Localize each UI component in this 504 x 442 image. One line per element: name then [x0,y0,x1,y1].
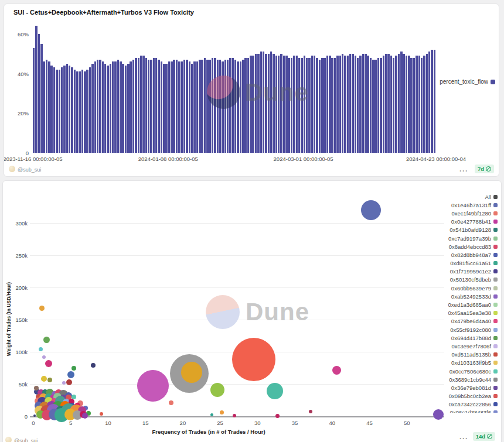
toxicity-bar[interactable] [110,64,111,153]
toxicity-bar[interactable] [59,70,60,153]
toxicity-bar[interactable] [406,56,407,153]
toxicity-bar[interactable] [237,61,239,153]
toxicity-bar[interactable] [263,52,264,153]
toxicity-bar[interactable] [275,56,277,153]
toxicity-bar[interactable] [344,56,346,153]
toxicity-bar[interactable] [122,64,124,153]
bubble[interactable] [232,338,275,381]
toxicity-bar[interactable] [224,60,226,153]
bubble[interactable] [67,371,74,378]
toxicity-bar[interactable] [125,66,127,153]
toxicity-bar[interactable] [56,70,57,153]
toxicity-bar[interactable] [66,64,68,153]
toxicity-bar[interactable] [46,60,47,153]
toxicity-bar[interactable] [352,54,353,153]
toxicity-bar[interactable] [257,54,259,153]
toxicity-bar[interactable] [48,61,50,153]
toxicity-bar[interactable] [362,54,364,153]
toxicity-bar[interactable] [334,58,336,153]
toxicity-bar[interactable] [316,58,318,153]
toxicity-bar[interactable] [43,61,45,153]
toxicity-bar[interactable] [84,71,86,153]
bubble[interactable] [169,400,173,405]
toxicity-bar[interactable] [173,60,175,153]
toxicity-bar[interactable] [155,58,157,153]
toxicity-bar[interactable] [183,60,185,153]
toxicity-bar[interactable] [234,60,236,153]
toxicity-bar[interactable] [398,54,400,153]
toxicity-bar[interactable] [242,60,244,153]
toxicity-bar[interactable] [120,61,121,153]
toxicity-bar[interactable] [304,56,305,153]
toxicity-bar[interactable] [176,60,178,153]
toxicity-bar[interactable] [97,60,98,153]
toxicity-bar[interactable] [161,61,162,153]
toxicity-bar[interactable] [150,60,152,153]
bubble[interactable] [275,414,280,418]
toxicity-bar[interactable] [38,34,40,153]
toxicity-bar[interactable] [145,58,147,153]
toxicity-bar[interactable] [298,58,300,153]
toxicity-bar[interactable] [229,58,231,153]
toxicity-bar[interactable] [50,66,52,153]
toxicity-bar[interactable] [393,58,394,153]
toxicity-bar[interactable] [365,54,366,153]
toxicity-bar[interactable] [390,56,392,153]
toxicity-bar[interactable] [260,52,262,153]
toxicity-bar[interactable] [99,60,101,153]
toxicity-bar[interactable] [204,58,206,153]
toxicity-bar[interactable] [40,44,42,153]
bubble[interactable] [220,410,224,414]
toxicity-bar[interactable] [421,58,423,153]
legend[interactable]: percent_toxic_flow [440,78,495,85]
toxicity-bar[interactable] [278,56,280,153]
bubble[interactable] [309,410,312,413]
toxicity-bar[interactable] [89,67,91,153]
toxicity-bar[interactable] [291,58,292,153]
toxicity-bar[interactable] [370,58,372,153]
toxicity-bar[interactable] [94,61,96,153]
bubble[interactable] [33,414,36,417]
toxicity-bar[interactable] [380,58,382,153]
toxicity-bar[interactable] [374,60,376,153]
avatar[interactable] [9,166,15,172]
toxicity-bar[interactable] [63,66,65,153]
toxicity-bar[interactable] [355,56,356,153]
toxicity-bar[interactable] [367,56,369,153]
toxicity-bar[interactable] [181,61,183,153]
toxicity-bar[interactable] [222,61,223,153]
toxicity-bar[interactable] [250,56,251,153]
toxicity-bar[interactable] [270,52,272,153]
toxicity-bar[interactable] [81,70,83,153]
toxicity-bar[interactable] [117,60,119,153]
toxicity-bar[interactable] [268,54,270,153]
bubble[interactable] [82,413,88,419]
toxicity-bar[interactable] [76,71,78,153]
toxicity-bar[interactable] [232,58,234,153]
toxicity-bar[interactable] [91,64,93,153]
toxicity-bar[interactable] [423,56,425,153]
bubble[interactable] [39,347,43,351]
toxicity-bar[interactable] [130,61,131,153]
toxicity-bar[interactable] [112,61,114,153]
bubble[interactable] [43,337,50,343]
toxicity-bar[interactable] [114,61,116,153]
toxicity-bar[interactable] [193,61,195,153]
toxicity-bar[interactable] [377,58,379,153]
bubble[interactable] [361,200,381,220]
toxicity-bar[interactable] [79,71,80,153]
toxicity-bar[interactable] [142,56,144,153]
toxicity-bar[interactable] [372,60,374,153]
toxicity-bar[interactable] [265,54,267,153]
more-menu-icon[interactable]: ··· [459,168,468,174]
toxicity-bar[interactable] [199,60,200,153]
bubble[interactable] [210,413,213,416]
toxicity-bar[interactable] [255,54,257,153]
toxicity-bar[interactable] [186,60,188,153]
toxicity-bar[interactable] [107,66,108,153]
bubble[interactable] [100,412,103,416]
toxicity-bar[interactable] [33,48,35,153]
toxicity-bar[interactable] [308,58,310,153]
toxicity-bar[interactable] [240,61,241,153]
toxicity-bar[interactable] [168,61,170,153]
